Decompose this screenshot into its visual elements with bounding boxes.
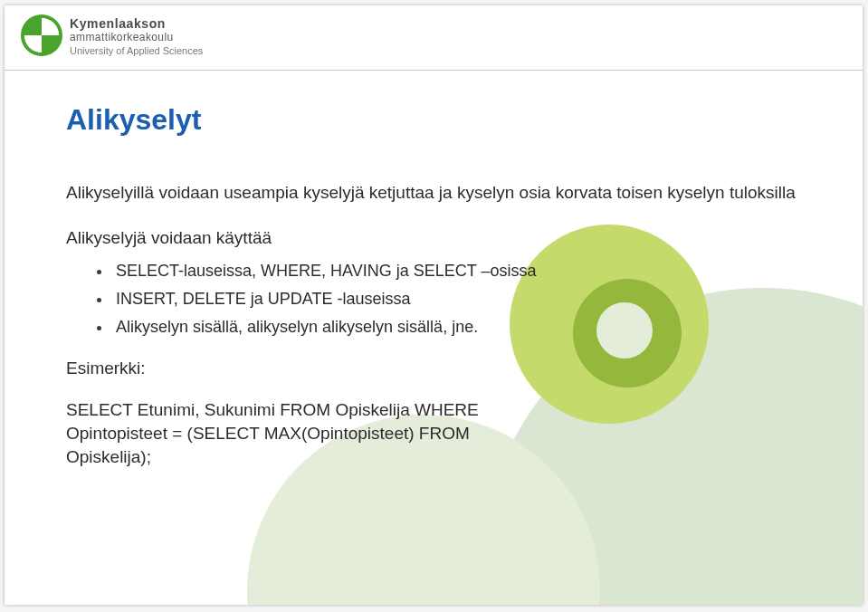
slide-title: Alikyselyt	[66, 103, 201, 137]
header-divider	[5, 70, 863, 71]
list-item: INSERT, DELETE ja UPDATE -lauseissa	[66, 290, 808, 309]
slide-content: Alikyselyillä voidaan useampia kyselyjä …	[66, 181, 808, 470]
brand-logo-icon	[21, 14, 62, 56]
bullet-dot-icon	[97, 298, 101, 302]
bullet-dot-icon	[97, 270, 101, 274]
list-item: SELECT-lauseissa, WHERE, HAVING ja SELEC…	[66, 262, 808, 281]
slide: Kymenlaakson ammattikorkeakoulu Universi…	[5, 5, 863, 605]
bullet-text: SELECT-lauseissa, WHERE, HAVING ja SELEC…	[116, 262, 536, 281]
paragraph-1: Alikyselyillä voidaan useampia kyselyjä …	[66, 181, 808, 205]
code-line: SELECT Etunimi, Sukunimi FROM Opiskelija…	[66, 398, 808, 422]
bullet-list: SELECT-lauseissa, WHERE, HAVING ja SELEC…	[66, 262, 808, 337]
bullet-text: Alikyselyn sisällä, alikyselyn alikysely…	[116, 318, 478, 337]
brand-title: Kymenlaakson	[70, 16, 203, 31]
paragraph-2: Alikyselyjä voidaan käyttää	[66, 226, 808, 250]
list-item: Alikyselyn sisällä, alikyselyn alikysely…	[66, 318, 808, 337]
example-label: Esimerkki:	[66, 357, 808, 380]
brand-subtitle-2: University of Applied Sciences	[70, 45, 203, 56]
code-line: Opiskelija);	[66, 445, 808, 469]
bullet-text: INSERT, DELETE ja UPDATE -lauseissa	[116, 290, 410, 309]
code-line: Opintopisteet = (SELECT MAX(Opintopistee…	[66, 422, 808, 445]
brand-subtitle-1: ammattikorkeakoulu	[70, 31, 203, 43]
bullet-dot-icon	[97, 326, 101, 330]
code-block: SELECT Etunimi, Sukunimi FROM Opiskelija…	[66, 398, 808, 470]
brand-header: Kymenlaakson ammattikorkeakoulu Universi…	[21, 14, 203, 56]
